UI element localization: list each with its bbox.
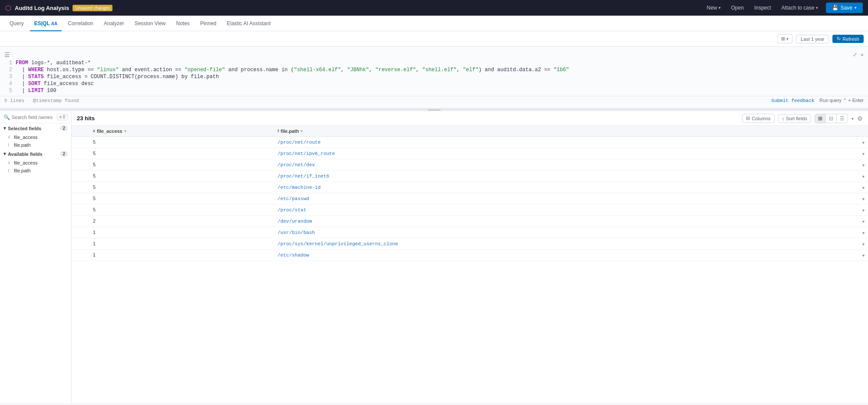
editor-line-2[interactable]: 2 | WHERE host.os.type == "linux" and ev… <box>0 66 868 73</box>
new-button[interactable]: New ▾ <box>704 3 723 13</box>
file-path-cell: /proc/sys/kernel/unprivileged_userns_clo… <box>274 238 868 250</box>
kibana-icon: ⬡ <box>5 4 11 12</box>
row-expand-arrow[interactable]: ▾ <box>862 140 865 145</box>
file-access-cell: 5 <box>89 193 274 204</box>
editor-line-1[interactable]: 1 FROM logs-*, auditbeat-* <box>0 59 868 66</box>
list-view-button[interactable]: ☰ <box>837 114 848 123</box>
row-checkbox[interactable] <box>81 140 86 145</box>
tab-elastic-ai[interactable]: Elastic AI Assistant <box>222 16 275 31</box>
inspect-button[interactable]: Inspect <box>752 3 774 13</box>
row-expand-arrow[interactable]: ▾ <box>862 208 865 213</box>
file-access-value: 1 <box>93 252 96 257</box>
search-input[interactable] <box>12 115 55 120</box>
tab-analyzer[interactable]: Analyzer <box>99 16 129 31</box>
expand-row-icon[interactable]: ↗ <box>75 218 79 224</box>
row-checkbox[interactable] <box>81 230 86 235</box>
results-expand-icon[interactable]: ▾ <box>851 116 854 121</box>
save-button[interactable]: 💾 Save ▾ <box>826 3 863 13</box>
col-header-file-path[interactable]: f file.path ▾ <box>274 126 868 137</box>
row-checkbox[interactable] <box>81 185 86 190</box>
expand-row-icon[interactable]: ↗ <box>75 230 79 235</box>
tab-notes[interactable]: Notes <box>172 16 194 31</box>
row-expand-arrow[interactable]: ▾ <box>862 219 865 224</box>
row-checkbox[interactable] <box>81 162 86 168</box>
editor-line-3[interactable]: 3 | STATS file_access = COUNT.DISTINCT(p… <box>0 73 868 80</box>
row-checkbox[interactable] <box>81 207 86 213</box>
file-access-value: 5 <box>93 173 96 178</box>
file-path-value: /proc/net/route <box>277 140 320 145</box>
table-row: ↗ 1 /etc/shadow ▾ <box>72 250 868 261</box>
tab-correlation[interactable]: Correlation <box>63 16 98 31</box>
col-header-file-access[interactable]: # file_access ▾ <box>89 126 274 137</box>
editor-line-5[interactable]: 5 | LIMIT 100 <box>0 87 868 94</box>
selected-fields-header[interactable]: ▾ Selected fields 2 <box>0 123 71 133</box>
row-expand-arrow[interactable]: ▾ <box>862 230 865 235</box>
menu-icon[interactable]: ☰ <box>4 51 10 59</box>
row-expand-arrow[interactable]: ▾ <box>862 163 865 168</box>
row-checkbox[interactable] <box>81 241 86 247</box>
data-view-button[interactable]: ⊞ ▾ <box>777 34 792 43</box>
close-editor-icon[interactable]: ✕ <box>861 52 864 58</box>
run-query-button[interactable]: Run query ⌃ + Enter <box>819 98 864 103</box>
tab-query[interactable]: Query <box>5 16 28 31</box>
expand-row-icon[interactable]: ↗ <box>75 173 79 179</box>
row-expand-arrow[interactable]: ▾ <box>862 151 865 156</box>
row-actions-cell: ↗ <box>72 204 89 216</box>
table-row: ↗ 1 /proc/sys/kernel/unprivileged_userns… <box>72 238 868 250</box>
file-access-value: 5 <box>93 196 96 201</box>
field-filter-button[interactable]: ≡ 0 <box>57 114 68 120</box>
toolbar-controls: ⊞ ▾ Last 1 year ↻ Refresh <box>777 34 864 43</box>
row-checkbox[interactable] <box>81 174 86 179</box>
settings-icon[interactable]: ⚙ <box>857 115 863 122</box>
attach-button[interactable]: Attach to case ▾ <box>779 3 821 13</box>
expand-row-icon[interactable]: ↗ <box>75 252 79 258</box>
available-fields-header[interactable]: ▾ Available fields 2 <box>0 149 71 159</box>
file-access-value: 1 <box>93 241 96 246</box>
file-path-value: /proc/net/if_inet6 <box>277 174 329 179</box>
table-row: ↗ 2 /dev/urandom ▾ <box>72 216 868 227</box>
sort-icon-file-access: ▾ <box>124 129 126 133</box>
expand-row-icon[interactable]: ↗ <box>75 184 79 190</box>
expand-row-icon[interactable]: ↗ <box>75 139 79 145</box>
expand-row-icon[interactable]: ↗ <box>75 151 79 156</box>
nav-tabs: Query ES|QL AA Correlation Analyzer Sess… <box>0 16 868 31</box>
row-checkbox[interactable] <box>81 253 86 258</box>
editor-footer: 5 lines @timestamp found Submit feedback… <box>0 96 868 105</box>
sort-fields-button[interactable]: ↕ Sort fields <box>778 114 811 123</box>
selected-field-file-path[interactable]: f file.path <box>0 141 71 149</box>
table-view-button[interactable]: ⊞ <box>815 114 826 123</box>
row-expand-arrow[interactable]: ▾ <box>862 253 865 258</box>
editor-area: ☰ ⤢ ✕ 1 FROM logs-*, auditbeat-* 2 | WHE… <box>0 47 868 109</box>
open-button[interactable]: Open <box>729 3 746 13</box>
tab-esql[interactable]: ES|QL AA <box>30 16 62 31</box>
editor-line-4[interactable]: 4 | SORT file_access desc <box>0 80 868 87</box>
file-path-value: /proc/stat <box>277 207 306 213</box>
time-range-button[interactable]: Last 1 year <box>796 35 829 43</box>
tab-pinned[interactable]: Pinned <box>196 16 221 31</box>
available-field-file-access[interactable]: # file_access <box>0 159 71 167</box>
expand-row-icon[interactable]: ↗ <box>75 207 79 213</box>
available-field-file-path[interactable]: f file.path <box>0 167 71 175</box>
editor-status: 5 lines @timestamp found <box>4 98 79 103</box>
refresh-button[interactable]: ↻ Refresh <box>832 35 864 43</box>
row-checkbox[interactable] <box>81 151 86 156</box>
row-expand-arrow[interactable]: ▾ <box>862 174 865 179</box>
file-path-cell: /proc/net/ipv6_route ▾ <box>274 148 868 159</box>
split-view-button[interactable]: ⊟ <box>826 114 837 123</box>
table-row: ↗ 1 /usr/bin/bash ▾ <box>72 227 868 238</box>
row-checkbox[interactable] <box>81 196 86 201</box>
tab-session-view[interactable]: Session View <box>130 16 170 31</box>
expand-editor-icon[interactable]: ⤢ <box>853 52 857 58</box>
row-expand-arrow[interactable]: ▾ <box>862 197 865 201</box>
selected-field-file-access[interactable]: # file_access <box>0 133 71 141</box>
columns-button[interactable]: ⊟ Columns <box>742 114 774 123</box>
file-access-cell: 1 <box>89 227 274 238</box>
row-expand-arrow[interactable]: ▾ <box>862 185 865 190</box>
expand-row-icon[interactable]: ↗ <box>75 241 79 247</box>
editor-action-icons: ⤢ ✕ <box>853 52 864 58</box>
expand-row-icon[interactable]: ↗ <box>75 162 79 168</box>
row-expand-arrow[interactable]: ▾ <box>862 242 865 247</box>
submit-feedback-link[interactable]: Submit feedback <box>771 98 814 103</box>
expand-row-icon[interactable]: ↗ <box>75 196 79 201</box>
row-checkbox[interactable] <box>81 219 86 224</box>
